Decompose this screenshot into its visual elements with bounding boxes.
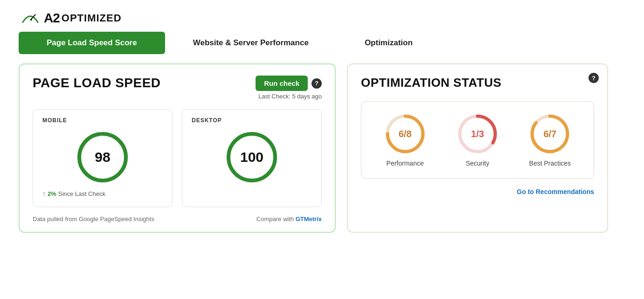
mobile-score-number: 98 xyxy=(95,149,110,165)
since-label: Since Last Check xyxy=(58,190,105,197)
opt-performance-gauge: 6/8 xyxy=(384,113,426,155)
opt-best-practices-gauge: 6/7 xyxy=(529,113,571,155)
mobile-gauge-wrapper: 98 xyxy=(75,129,131,185)
main-content: PAGE LOAD SPEED Run check ? Last Check: … xyxy=(0,63,644,233)
opt-best-practices-label: Best Practices xyxy=(529,160,571,167)
opt-performance-label: Performance xyxy=(387,160,424,167)
logo: A2 OPTIMIZED xyxy=(19,9,122,27)
page-load-speed-card: PAGE LOAD SPEED Run check ? Last Check: … xyxy=(19,63,336,233)
compare-row: Compare with GTMetrix xyxy=(256,216,322,223)
pct-change: 2% xyxy=(48,190,56,197)
mobile-label: MOBILE xyxy=(42,117,67,124)
data-source-label: Data pulled from Google PageSpeed Insigh… xyxy=(33,216,154,223)
arrow-up-icon: ↑ xyxy=(42,190,46,197)
optimization-status-card: ? OPTIMIZATION STATUS 6/8 Performance xyxy=(347,63,608,233)
gtmetrix-link[interactable]: GTMetrix xyxy=(296,216,322,223)
tab-website-server[interactable]: Website & Server Performance xyxy=(165,32,337,54)
desktop-label: DESKTOP xyxy=(192,117,222,124)
svg-point-1 xyxy=(30,19,32,21)
logo-optimized: OPTIMIZED xyxy=(62,12,122,24)
logo-a2: A2 xyxy=(44,11,60,26)
desktop-score-number: 100 xyxy=(240,149,263,165)
optimization-help-icon[interactable]: ? xyxy=(589,73,599,83)
opt-security-item: 1/3 Security xyxy=(457,113,499,167)
score-cards-row: MOBILE 98 ↑ 2% Since Last Check xyxy=(33,109,322,207)
logo-icon xyxy=(19,9,42,26)
opt-security-score: 1/3 xyxy=(471,129,484,139)
opt-best-practices-item: 6/7 Best Practices xyxy=(529,113,571,167)
compare-label: Compare with xyxy=(256,216,294,223)
go-recommendations-row: Go to Recommendations xyxy=(361,188,594,195)
opt-performance-score: 6/8 xyxy=(399,129,412,139)
run-check-button[interactable]: Run check xyxy=(256,76,308,91)
card-header-right: Run check ? Last Check: 5 days ago xyxy=(256,76,322,100)
optimization-title: OPTIMIZATION STATUS xyxy=(361,76,594,90)
tab-page-load-speed[interactable]: Page Load Speed Score xyxy=(19,32,165,54)
mobile-score-card: MOBILE 98 ↑ 2% Since Last Check xyxy=(33,109,173,207)
opt-scores-row: 6/8 Performance 1/3 Security xyxy=(361,101,594,179)
desktop-gauge-wrapper: 100 xyxy=(224,129,280,185)
opt-security-label: Security xyxy=(466,160,490,167)
card-header: PAGE LOAD SPEED Run check ? Last Check: … xyxy=(33,76,322,100)
since-check: ↑ 2% Since Last Check xyxy=(42,190,105,197)
page-load-title: PAGE LOAD SPEED xyxy=(33,76,161,90)
header: A2 OPTIMIZED xyxy=(0,0,644,32)
page-load-help-icon[interactable]: ? xyxy=(312,78,322,89)
go-recommendations-link[interactable]: Go to Recommendations xyxy=(517,188,594,195)
desktop-score-card: DESKTOP 100 xyxy=(182,109,322,207)
opt-security-gauge: 1/3 xyxy=(457,113,499,155)
tab-optimization[interactable]: Optimization xyxy=(337,32,441,54)
opt-best-practices-score: 6/7 xyxy=(543,129,556,139)
mobile-gauge-container: 98 xyxy=(42,129,163,185)
nav-tabs: Page Load Speed Score Website & Server P… xyxy=(0,32,644,54)
desktop-gauge-container: 100 xyxy=(192,129,312,185)
run-check-row: Run check ? xyxy=(256,76,322,91)
opt-performance-item: 6/8 Performance xyxy=(384,113,426,167)
footer-row: Data pulled from Google PageSpeed Insigh… xyxy=(33,216,322,223)
last-check-label: Last Check: 5 days ago xyxy=(258,93,322,100)
